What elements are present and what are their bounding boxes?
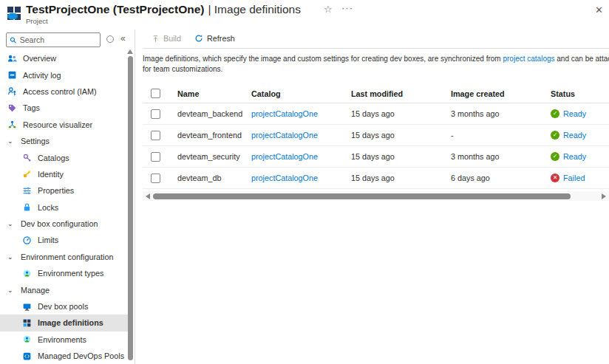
search-options-icon[interactable] (106, 35, 114, 43)
access-control-icon (7, 86, 17, 96)
column-header-last-modified[interactable]: Last modified (351, 89, 451, 98)
table-row[interactable]: devteam_db projectCatalogOne 15 days ago… (143, 168, 609, 189)
sidebar-item-label: Resource visualizer (23, 120, 92, 129)
table-horizontal-scrollbar[interactable] (143, 191, 609, 201)
sidebar-item-label: Managed DevOps Pools (38, 351, 124, 360)
row-checkbox[interactable] (151, 152, 160, 162)
sidebar-group-label: Dev box configuration (21, 219, 98, 228)
catalog-link[interactable]: projectCatalogOne (251, 152, 318, 161)
cell-last-modified: 15 days ago (351, 152, 451, 161)
environments-icon (22, 334, 32, 344)
table-row[interactable]: devteam_backend projectCatalogOne 15 day… (143, 103, 609, 125)
cell-last-modified: 15 days ago (351, 131, 451, 140)
sidebar-item-label: Properties (38, 186, 74, 195)
collapse-menu-icon[interactable]: « (120, 33, 126, 44)
catalog-link[interactable]: projectCatalogOne (251, 131, 318, 140)
project-catalogs-link[interactable]: project catalogs (503, 55, 554, 63)
image-definitions-table: Name Catalog Last modified Image created… (143, 84, 609, 201)
sidebar-item-overview[interactable]: Overview (0, 50, 129, 66)
cell-name: devteam_security (177, 152, 251, 161)
refresh-button-label: Refresh (207, 34, 235, 43)
sidebar-scrollbar-thumb[interactable] (128, 56, 133, 360)
row-checkbox[interactable] (151, 131, 160, 140)
blade-description: Image definitions, which specify the ima… (143, 54, 609, 75)
overview-icon (7, 54, 17, 63)
sidebar-item-label: Limits (38, 236, 58, 244)
catalog-link[interactable]: projectCatalogOne (251, 174, 318, 182)
cell-image-created: 3 months ago (451, 109, 551, 118)
status-link[interactable]: Ready (563, 152, 586, 161)
sidebar-item-access-control[interactable]: Access control (IAM) (0, 83, 129, 100)
resource-menu-sidebar: « Overview Activity log Access control (… (0, 30, 135, 364)
sidebar-group-dev-box-configuration[interactable]: ⌄ Dev box configuration (0, 216, 129, 232)
sidebar-search-box[interactable] (6, 32, 101, 47)
cell-last-modified: 15 days ago (351, 174, 451, 182)
identity-icon (22, 169, 32, 179)
sidebar-item-identity[interactable]: Identity (0, 166, 129, 182)
sidebar-item-dev-box-pools[interactable]: Dev box pools (0, 298, 129, 315)
select-all-checkbox[interactable] (151, 89, 160, 98)
refresh-button[interactable]: Refresh (194, 34, 235, 43)
sidebar-item-locks[interactable]: Locks (0, 199, 129, 216)
sidebar-group-manage[interactable]: ⌄ Manage (0, 281, 129, 298)
build-button-label: Build (163, 34, 181, 43)
scroll-left-arrow-icon[interactable] (146, 193, 150, 199)
status-link[interactable]: Failed (563, 174, 585, 182)
row-checkbox[interactable] (151, 109, 160, 119)
search-input[interactable] (20, 35, 97, 44)
chevron-down-icon: ⌄ (7, 220, 16, 227)
sidebar-group-environment-configuration[interactable]: ⌄ Environment configuration (0, 249, 129, 265)
status-link[interactable]: Ready (563, 131, 586, 140)
sidebar-item-environment-types[interactable]: Environment types (0, 265, 129, 281)
status-success-icon (551, 131, 559, 140)
scroll-up-arrow-icon[interactable] (127, 49, 133, 54)
column-header-catalog[interactable]: Catalog (251, 89, 351, 98)
column-header-name[interactable]: Name (177, 89, 251, 98)
cell-image-created: 6 days ago (451, 174, 551, 182)
scroll-right-arrow-icon[interactable] (602, 193, 606, 199)
sidebar-group-settings[interactable]: ⌄ Settings (0, 133, 129, 149)
dev-box-pools-icon (22, 302, 32, 312)
search-icon (10, 36, 17, 44)
lock-icon (22, 202, 32, 212)
status-link[interactable]: Ready (563, 109, 586, 118)
column-header-status[interactable]: Status (551, 89, 609, 98)
sidebar-item-managed-devops-pools[interactable]: Managed DevOps Pools (0, 348, 129, 364)
image-definitions-icon (22, 318, 32, 328)
more-options-icon[interactable]: ··· (341, 2, 353, 13)
sidebar-scrollbar[interactable] (127, 49, 133, 364)
horizontal-scrollbar-thumb[interactable] (153, 193, 571, 199)
sidebar-item-label: Environment types (38, 269, 103, 278)
table-row[interactable]: devteam_frontend projectCatalogOne 15 da… (143, 125, 609, 146)
command-bar: Build Refresh (143, 30, 609, 47)
sidebar-item-resource-visualizer[interactable]: Resource visualizer (0, 117, 129, 133)
managed-devops-pools-icon (22, 351, 32, 361)
column-header-image-created[interactable]: Image created (451, 89, 551, 98)
sidebar-item-activity-log[interactable]: Activity log (0, 66, 129, 83)
favorite-star-icon[interactable]: ☆ (324, 4, 333, 15)
build-button[interactable]: Build (152, 34, 181, 43)
activity-log-icon (7, 70, 17, 80)
sidebar-item-properties[interactable]: Properties (0, 182, 129, 199)
sidebar-item-label: Overview (23, 54, 56, 63)
sidebar-item-catalogs[interactable]: Catalogs (0, 149, 129, 165)
page-header: TestProjectOne (TestProjectOne)| Image d… (0, 0, 609, 30)
table-row[interactable]: devteam_security projectCatalogOne 15 da… (143, 146, 609, 168)
close-icon[interactable]: ✕ (595, 4, 603, 16)
sidebar-item-label: Catalogs (38, 154, 69, 162)
resource-type-label: Project (26, 17, 301, 25)
sidebar-item-tags[interactable]: Tags (0, 100, 129, 116)
environment-types-icon (22, 269, 32, 278)
sidebar-item-label: Tags (23, 103, 40, 112)
sidebar-group-label: Settings (21, 137, 50, 145)
refresh-icon (194, 34, 203, 43)
cell-name: devteam_backend (177, 109, 251, 118)
sidebar-item-limits[interactable]: Limits (0, 232, 129, 248)
sidebar-item-image-definitions[interactable]: Image definitions (0, 315, 129, 331)
catalog-link[interactable]: projectCatalogOne (251, 109, 318, 118)
sidebar-item-environments[interactable]: Environments (0, 332, 129, 348)
tags-icon (7, 103, 17, 113)
sidebar-group-label: Environment configuration (21, 253, 113, 261)
limits-gauge-icon (22, 236, 32, 245)
row-checkbox[interactable] (151, 174, 160, 183)
